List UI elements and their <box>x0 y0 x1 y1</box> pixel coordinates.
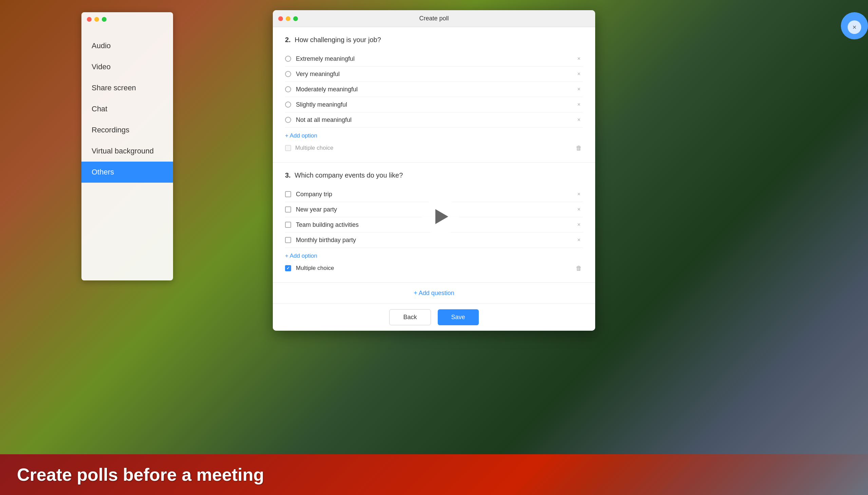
question-2-header: 2. How challenging is your job? <box>285 36 583 44</box>
q2-remove-3[interactable]: × <box>575 85 583 93</box>
q2-radio-4[interactable] <box>285 102 291 108</box>
add-question-row: + Add question <box>273 283 595 304</box>
q2-option-2: Very meaningful × <box>285 67 583 82</box>
q3-remove-4[interactable]: × <box>575 236 583 244</box>
q2-radio-2[interactable] <box>285 71 291 77</box>
q3-option-4: Monthly birthday party × <box>285 233 583 248</box>
question-3-header: 3. Which company events do you like? <box>285 171 583 179</box>
add-question-link[interactable]: + Add question <box>414 290 454 296</box>
q2-remove-1[interactable]: × <box>575 55 583 63</box>
modal-traffic-lights <box>278 16 298 21</box>
q2-option-3: Moderately meaningful × <box>285 82 583 97</box>
modal-title: Create poll <box>419 15 448 22</box>
video-play-button[interactable] <box>422 198 459 235</box>
q3-checkbox-2[interactable] <box>285 206 291 212</box>
save-button[interactable]: Save <box>438 309 479 325</box>
modal-footer: Back Save <box>273 304 595 331</box>
back-button[interactable]: Back <box>389 309 431 325</box>
modal-overlay: Create poll 2. How challenging is your j… <box>0 0 868 495</box>
q2-option-5: Not at all meaningful × <box>285 113 583 127</box>
q2-radio-1[interactable] <box>285 56 291 62</box>
q3-multiple-choice-row: Multiple choice 🗑 <box>285 259 583 276</box>
q2-radio-5[interactable] <box>285 117 291 123</box>
q3-checkbox-4[interactable] <box>285 237 291 243</box>
play-triangle-icon <box>435 209 448 224</box>
q3-remove-1[interactable]: × <box>575 190 583 198</box>
modal-titlebar: Create poll <box>273 10 595 27</box>
q3-add-option[interactable]: + Add option <box>285 253 317 259</box>
q3-delete-button[interactable]: 🗑 <box>575 264 583 272</box>
question-3-section: 3. Which company events do you like? Com… <box>273 163 595 283</box>
modal-maximize-button[interactable] <box>293 16 298 21</box>
q2-remove-2[interactable]: × <box>575 70 583 78</box>
question-2-section: 2. How challenging is your job? Extremel… <box>273 27 595 163</box>
q2-multiple-choice-checkbox[interactable] <box>285 145 291 151</box>
q3-checkbox-3[interactable] <box>285 222 291 228</box>
q2-multiple-choice-row: Multiple choice 🗑 <box>285 139 583 155</box>
q2-delete-button[interactable]: 🗑 <box>575 144 583 152</box>
q2-add-option[interactable]: + Add option <box>285 132 317 139</box>
modal-minimize-button[interactable] <box>286 16 290 21</box>
q2-remove-5[interactable]: × <box>575 116 583 124</box>
q3-remove-2[interactable]: × <box>575 205 583 214</box>
q2-option-1: Extremely meaningful × <box>285 51 583 67</box>
modal-body[interactable]: 2. How challenging is your job? Extremel… <box>273 27 595 304</box>
q2-radio-3[interactable] <box>285 86 291 92</box>
create-poll-modal: Create poll 2. How challenging is your j… <box>273 10 595 331</box>
q3-multiple-choice-checkbox[interactable] <box>285 265 291 271</box>
q2-remove-4[interactable]: × <box>575 101 583 109</box>
q3-checkbox-1[interactable] <box>285 191 291 197</box>
modal-close-button[interactable] <box>278 16 283 21</box>
q3-remove-3[interactable]: × <box>575 221 583 229</box>
q2-option-4: Slightly meaningful × <box>285 97 583 113</box>
